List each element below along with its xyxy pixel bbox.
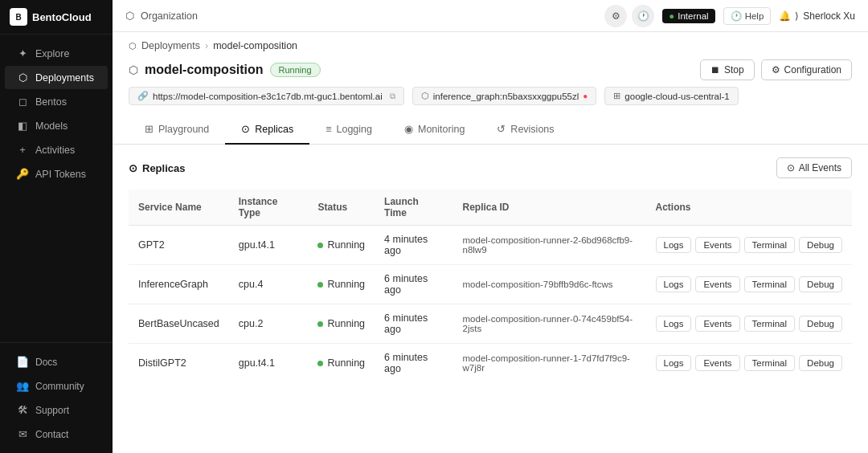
action-events-button[interactable]: Events	[695, 316, 739, 332]
replicas-panel-title: ⊙ Replicas	[129, 162, 185, 174]
logo-text: BentoCloud	[32, 11, 92, 23]
sidebar-item-activities[interactable]: + Activities	[5, 138, 108, 161]
graph-label: inference_graph:n5baxsxxggpu55zl	[433, 92, 579, 101]
sidebar-bottom: 📄 Docs 👥 Community 🛠 Support ✉ Contact	[0, 342, 113, 453]
action-logs-button[interactable]: Logs	[656, 355, 692, 371]
sidebar-item-label: Contact	[35, 429, 68, 440]
region-icon: ⊞	[613, 91, 620, 101]
clock-icon[interactable]: 🕐	[632, 5, 654, 27]
sidebar-item-docs[interactable]: 📄 Docs	[5, 350, 108, 373]
sidebar-item-label: Deployments	[35, 72, 94, 84]
deployments-icon: ⬡	[16, 71, 29, 84]
running-dot	[317, 361, 323, 366]
cell-status: Running	[308, 265, 375, 304]
graph-chip: ⬡ inference_graph:n5baxsxxggpu55zl ●	[412, 87, 597, 105]
org-icon: ⬡	[125, 10, 134, 22]
organization-label: Organization	[141, 10, 198, 22]
action-buttons: LogsEventsTerminalDebug	[656, 276, 843, 292]
user-badge[interactable]: 🔔 ⟩ Sherlock Xu	[779, 10, 855, 22]
copy-icon[interactable]: ⧉	[390, 92, 395, 101]
tabs: ⊞ Playground ⊙ Replicas ≡ Logging ◉ Moni…	[113, 115, 868, 145]
tab-replicas[interactable]: ⊙ Replicas	[225, 115, 309, 145]
status-dot: Running	[317, 239, 365, 251]
action-terminal-button[interactable]: Terminal	[744, 355, 795, 371]
internal-dot: ●	[669, 11, 674, 21]
revisions-icon: ↺	[497, 123, 506, 135]
sidebar-item-models[interactable]: ◧ Models	[5, 114, 108, 137]
cell-status: Running	[308, 226, 375, 265]
api-tokens-icon: 🔑	[16, 168, 29, 180]
tab-revisions[interactable]: ↺ Revisions	[481, 115, 570, 145]
tab-logging[interactable]: ≡ Logging	[309, 115, 388, 145]
action-events-button[interactable]: Events	[695, 276, 739, 292]
cell-actions: LogsEventsTerminalDebug	[646, 344, 853, 383]
cell-status: Running	[308, 344, 375, 383]
status-dot: Running	[317, 318, 365, 329]
sidebar-item-explore[interactable]: ✦ Explore	[5, 42, 108, 65]
sidebar-item-support[interactable]: 🛠 Support	[5, 398, 108, 422]
action-debug-button[interactable]: Debug	[799, 355, 842, 371]
action-terminal-button[interactable]: Terminal	[744, 237, 795, 253]
breadcrumb-current: model-composition	[213, 40, 297, 51]
topbar-icon-group: ⚙ 🕐	[604, 5, 654, 27]
internal-badge[interactable]: ● Internal	[662, 9, 714, 23]
contact-icon: ✉	[16, 428, 29, 440]
tab-playground[interactable]: ⊞ Playground	[129, 115, 225, 145]
user-arrow-icon: ⟩	[795, 10, 799, 22]
action-events-button[interactable]: Events	[695, 237, 739, 253]
internal-label: Internal	[678, 11, 708, 21]
sidebar-item-label: Bentos	[35, 96, 67, 108]
col-status: Status	[308, 190, 375, 226]
help-badge[interactable]: 🕐 Help	[723, 7, 772, 25]
tab-monitoring[interactable]: ◉ Monitoring	[388, 115, 481, 145]
bentos-icon: ◻	[16, 96, 29, 108]
sidebar-item-api-tokens[interactable]: 🔑 API Tokens	[5, 162, 108, 186]
action-logs-button[interactable]: Logs	[656, 316, 692, 332]
action-debug-button[interactable]: Debug	[799, 316, 842, 332]
action-events-button[interactable]: Events	[695, 355, 739, 371]
action-logs-button[interactable]: Logs	[656, 237, 692, 253]
breadcrumb: ⬡ Deployments › model-composition	[113, 32, 868, 51]
sidebar-item-contact[interactable]: ✉ Contact	[5, 422, 108, 446]
monitoring-icon: ◉	[404, 123, 413, 135]
sidebar-item-bentos[interactable]: ◻ Bentos	[5, 90, 108, 113]
action-terminal-button[interactable]: Terminal	[744, 316, 795, 332]
status-dot: Running	[317, 357, 365, 369]
logging-icon: ≡	[326, 124, 331, 135]
col-launch: Launch Time	[375, 190, 452, 226]
settings-icon[interactable]: ⚙	[604, 5, 627, 27]
action-logs-button[interactable]: Logs	[656, 276, 692, 292]
sidebar-item-community[interactable]: 👥 Community	[5, 374, 108, 398]
cell-instance: gpu.t4.1	[229, 344, 309, 383]
configuration-button[interactable]: ⚙ Configuration	[761, 59, 852, 80]
running-dot	[317, 282, 323, 288]
cell-service: DistilGPT2	[129, 344, 229, 383]
breadcrumb-icon: ⬡	[129, 41, 137, 51]
replicas-icon: ⊙	[129, 162, 137, 174]
cell-service: BertBaseUncased	[129, 304, 229, 344]
deployment-title: ⬡ model-composition Running	[129, 63, 321, 77]
action-terminal-button[interactable]: Terminal	[744, 276, 795, 292]
events-icon: ⊙	[787, 162, 795, 173]
playground-icon: ⊞	[145, 123, 154, 135]
help-icon: 🕐	[731, 10, 742, 22]
cell-replica-id: model-composition-runner-1-7d7fd7f9c9-w7…	[453, 344, 646, 383]
docs-icon: 📄	[16, 356, 29, 368]
all-events-button[interactable]: ⊙ All Events	[776, 157, 852, 178]
breadcrumb-sep: ›	[205, 40, 208, 51]
table-header: Service Name Instance Type Status Launch…	[129, 190, 852, 226]
deployment-icon: ⬡	[129, 63, 138, 76]
sidebar-nav: ✦ Explore ⬡ Deployments ◻ Bentos ◧ Model…	[0, 35, 113, 342]
cell-instance: gpu.t4.1	[229, 226, 309, 265]
support-icon: 🛠	[16, 404, 29, 416]
sidebar-item-deployments[interactable]: ⬡ Deployments	[5, 66, 108, 89]
stop-button[interactable]: ⏹ Stop	[700, 59, 755, 80]
action-debug-button[interactable]: Debug	[799, 276, 842, 292]
action-debug-button[interactable]: Debug	[799, 237, 842, 253]
deployment-url[interactable]: https://model-composition-e3c1c7db.mt-gu…	[153, 92, 383, 101]
region-label: google-cloud-us-central-1	[624, 92, 729, 101]
breadcrumb-parent[interactable]: Deployments	[141, 40, 200, 51]
cell-instance: cpu.4	[229, 265, 309, 304]
cell-launch-time: 6 minutes ago	[375, 304, 452, 344]
sidebar-item-label: Community	[35, 381, 84, 392]
